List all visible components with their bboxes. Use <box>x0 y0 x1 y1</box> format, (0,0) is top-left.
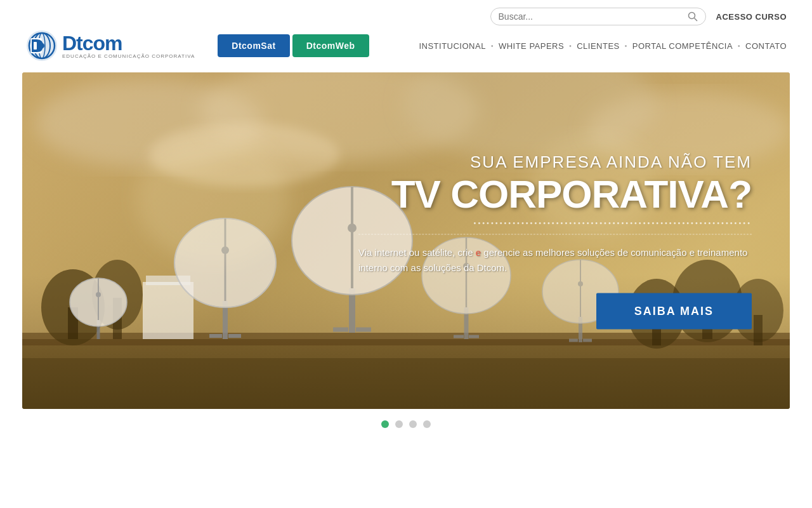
header-top: ACESSO CURSO <box>0 0 812 29</box>
hero-description: Via internet ou satélite, crie e gerenci… <box>358 245 752 276</box>
svg-point-0 <box>688 13 695 19</box>
svg-point-51 <box>96 292 101 297</box>
slide-indicators <box>0 409 812 441</box>
hero-description-text1: Via internet ou satélite, crie <box>358 247 476 258</box>
hero-banner: SUA EMPRESA AINDA NÃO TEM TV CORPORATIVA… <box>22 72 790 409</box>
dtcomweb-button[interactable]: DtcomWeb <box>292 34 369 57</box>
hero-subtitle: SUA EMPRESA AINDA NÃO TEM <box>358 152 752 172</box>
nav-dot-3: • <box>625 43 627 50</box>
slide-indicator-1[interactable] <box>381 420 389 428</box>
search-input[interactable] <box>499 11 688 22</box>
svg-rect-58 <box>22 358 790 409</box>
hero-description-highlight: e <box>476 247 481 258</box>
nav-portal-competencia[interactable]: PORTAL COMPETÊNCIA <box>632 41 733 51</box>
slide-indicator-3[interactable] <box>409 420 417 428</box>
nav-white-papers[interactable]: WHITE PAPERS <box>499 41 564 51</box>
nav-dot-4: • <box>738 43 740 50</box>
logo-icon <box>25 29 58 62</box>
saiba-mais-button[interactable]: SAIBA MAIS <box>596 293 752 330</box>
search-button[interactable] <box>688 11 698 22</box>
nav-institucional[interactable]: INSTITUCIONAL <box>419 41 485 51</box>
search-icon <box>688 11 698 22</box>
dtcomsat-button[interactable]: DtcomSat <box>218 34 289 57</box>
svg-point-35 <box>348 224 357 232</box>
nav-dot-2: • <box>569 43 572 50</box>
nav-dot-1: • <box>491 43 494 50</box>
svg-rect-8 <box>34 42 37 50</box>
logo-brand: Dtcom EDUCAÇÃO E COMUNICAÇÃO CORPORATIVA <box>25 29 195 62</box>
slide-indicator-2[interactable] <box>395 420 403 428</box>
logo-tagline: EDUCAÇÃO E COMUNICAÇÃO CORPORATIVA <box>62 53 195 59</box>
logo-name: Dtcom <box>62 33 195 53</box>
hero-content: SUA EMPRESA AINDA NÃO TEM TV CORPORATIVA… <box>358 152 752 330</box>
search-container <box>490 8 706 25</box>
slide-indicator-4[interactable] <box>423 420 431 428</box>
logo-text: Dtcom EDUCAÇÃO E COMUNICAÇÃO CORPORATIVA <box>62 33 195 59</box>
svg-point-59 <box>136 136 289 263</box>
logo-area: Dtcom EDUCAÇÃO E COMUNICAÇÃO CORPORATIVA… <box>25 29 369 62</box>
main-nav: INSTITUCIONAL • WHITE PAPERS • CLIENTES … <box>419 41 787 51</box>
header-main: Dtcom EDUCAÇÃO E COMUNICAÇÃO CORPORATIVA… <box>0 29 812 72</box>
acesso-curso-link[interactable]: ACESSO CURSO <box>716 12 787 22</box>
nav-clientes[interactable]: CLIENTES <box>577 41 620 51</box>
nav-buttons: DtcomSat DtcomWeb <box>218 34 369 57</box>
svg-rect-57 <box>754 315 763 345</box>
nav-contato[interactable]: CONTATO <box>745 41 787 51</box>
hero-title: TV CORPORATIVA? <box>358 175 752 214</box>
svg-line-1 <box>694 18 697 22</box>
hero-divider: ••••••••••••••••••••••••••••••••••••••••… <box>358 219 752 235</box>
